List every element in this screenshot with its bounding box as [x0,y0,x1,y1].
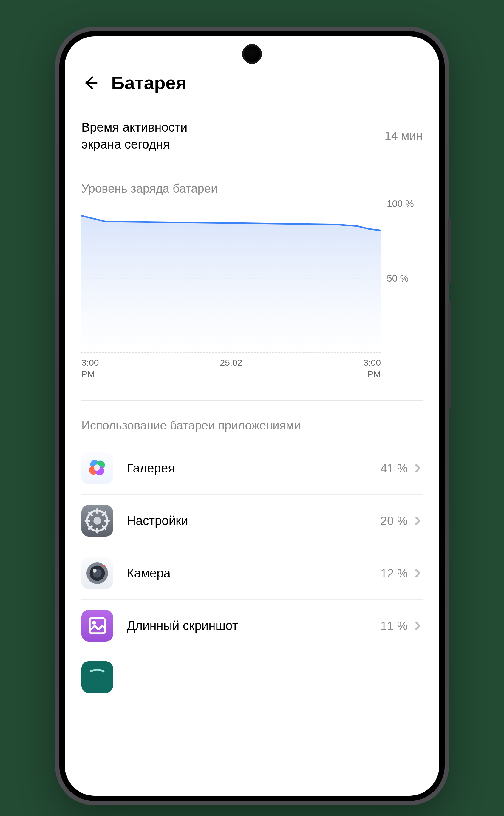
camera-icon [81,557,113,589]
screen-time-label-line2: экрана сегодня [81,136,187,153]
app-name: Галерея [127,461,381,475]
svg-point-21 [92,621,96,625]
x-tick-mid-date: 25.02 [220,357,242,368]
gallery-icon [81,452,113,484]
chart-plot-area [81,204,381,353]
page-title: Батарея [111,72,186,93]
app-row-gallery[interactable]: Галерея 41 % [81,442,423,495]
settings-icon [81,505,113,537]
app-row-camera[interactable]: Камера 12 % [81,547,423,600]
svg-point-19 [103,565,105,567]
screen-time-value: 14 мин [384,129,423,143]
app-name: Настройки [127,514,381,528]
app-value: 41 % [381,462,408,475]
y-tick-100: 100 % [387,198,414,209]
screen-time-row[interactable]: Время активности экрана сегодня 14 мин [81,102,423,165]
phone-frame: Батарея Время активности экрана сегодня … [55,27,449,805]
app-value: 20 % [381,514,408,528]
chart-y-axis: 100 % 50 % [381,204,423,353]
app-value: 11 % [381,619,408,633]
front-camera [242,44,262,64]
app-usage-title: Использование батареи приложениями [81,419,423,432]
back-button[interactable] [81,74,99,92]
chart-x-axis: 3:00 PM 25.02 3:00 PM [81,353,381,379]
battery-chart: 100 % 50 % [81,204,423,353]
x-tick-end-ampm: PM [367,368,381,380]
x-tick-start: 3:00 PM [81,357,99,379]
screenshot-icon [81,610,113,642]
chevron-right-icon [413,463,423,473]
volume-button[interactable] [448,301,451,409]
x-tick-end-time: 3:00 [364,357,381,368]
screen: Батарея Время активности экрана сегодня … [65,36,439,796]
app-row-screenshot[interactable]: Длинный скриншот 11 % [81,600,423,652]
app-value: 12 % [381,567,408,580]
screen-time-label-line1: Время активности [81,119,187,136]
svg-point-14 [93,517,101,525]
chevron-right-icon [413,516,423,526]
chart-svg [81,204,381,352]
app-row-settings[interactable]: Настройки 20 % [81,495,423,547]
x-tick-start-ampm: PM [81,368,95,380]
next-app-icon [81,661,113,693]
battery-chart-section: Уровень заряда батареи [81,165,423,379]
app-usage-section: Использование батареи приложениями [81,401,423,693]
x-tick-start-time: 3:00 [81,357,99,368]
app-name: Камера [127,566,381,580]
phone-bezel: Батарея Время активности экрана сегодня … [59,31,445,801]
screen-time-label: Время активности экрана сегодня [81,119,187,153]
chevron-right-icon [413,621,423,630]
y-tick-50: 50 % [387,273,409,284]
svg-point-4 [94,465,100,471]
svg-point-18 [93,569,97,573]
app-row-next-peek[interactable] [81,652,423,693]
x-tick-mid: 25.02 [220,357,242,379]
chevron-right-icon [413,568,423,578]
power-button[interactable] [448,218,451,283]
battery-chart-title: Уровень заряда батареи [81,182,423,195]
arrow-left-icon [82,75,99,91]
x-tick-end: 3:00 PM [364,357,381,379]
app-name: Длинный скриншот [127,619,381,633]
